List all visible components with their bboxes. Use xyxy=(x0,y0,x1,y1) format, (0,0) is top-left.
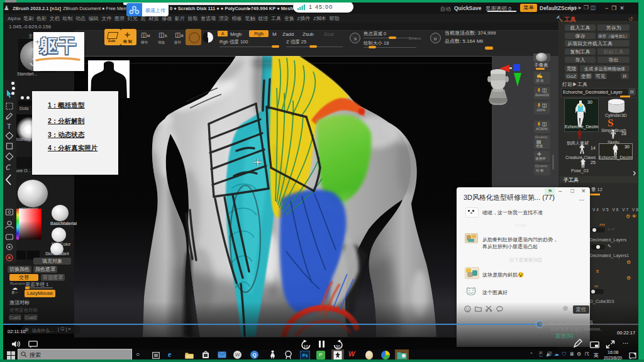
svg-text:10: 10 xyxy=(304,344,309,349)
svg-text:30: 30 xyxy=(336,344,341,349)
svg-text:T: T xyxy=(7,123,11,130)
